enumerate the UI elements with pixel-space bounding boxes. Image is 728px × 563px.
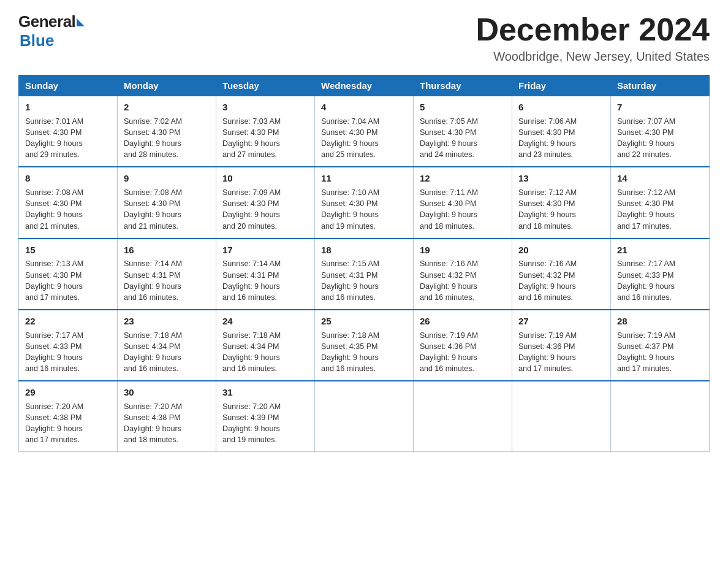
- day-daylight-cont: and 17 minutes.: [518, 363, 604, 374]
- day-number: 6: [518, 101, 604, 114]
- calendar-day-cell: 17 Sunrise: 7:14 AM Sunset: 4:31 PM Dayl…: [216, 239, 315, 310]
- calendar-day-cell: [315, 381, 414, 452]
- logo-arrow-icon: [77, 18, 85, 26]
- day-sunrise: Sunrise: 7:03 AM: [222, 116, 308, 127]
- day-daylight-cont: and 19 minutes.: [222, 434, 308, 445]
- calendar-day-cell: 27 Sunrise: 7:19 AM Sunset: 4:36 PM Dayl…: [512, 310, 611, 381]
- logo-general-text: General: [18, 12, 75, 31]
- day-sunrise: Sunrise: 7:08 AM: [124, 187, 210, 198]
- day-number: 13: [518, 172, 604, 185]
- day-number: 25: [321, 315, 407, 328]
- calendar-day-cell: 19 Sunrise: 7:16 AM Sunset: 4:32 PM Dayl…: [414, 239, 512, 310]
- day-number: 1: [25, 101, 111, 114]
- day-daylight: Daylight: 9 hours: [124, 138, 210, 149]
- day-daylight-cont: and 24 minutes.: [420, 149, 506, 160]
- day-number: 8: [25, 172, 111, 185]
- location-subtitle: Woodbridge, New Jersey, United States: [476, 50, 710, 64]
- day-sunrise: Sunrise: 7:12 AM: [518, 187, 604, 198]
- day-sunset: Sunset: 4:32 PM: [518, 270, 604, 281]
- day-sunrise: Sunrise: 7:06 AM: [518, 116, 604, 127]
- day-number: 5: [420, 101, 506, 114]
- calendar-table: SundayMondayTuesdayWednesdayThursdayFrid…: [18, 75, 710, 452]
- day-number: 26: [420, 315, 506, 328]
- day-daylight: Daylight: 9 hours: [222, 138, 308, 149]
- col-header-friday: Friday: [512, 75, 611, 96]
- day-daylight: Daylight: 9 hours: [321, 281, 407, 292]
- day-daylight-cont: and 21 minutes.: [124, 221, 210, 232]
- day-number: 7: [617, 101, 703, 114]
- calendar-day-cell: [611, 381, 710, 452]
- page-header: General Blue December 2024 Woodbridge, N…: [18, 12, 710, 64]
- day-daylight-cont: and 16 minutes.: [222, 292, 308, 303]
- day-daylight: Daylight: 9 hours: [25, 281, 111, 292]
- day-daylight: Daylight: 9 hours: [25, 138, 111, 149]
- day-number: 15: [25, 243, 111, 257]
- day-sunset: Sunset: 4:30 PM: [420, 198, 506, 209]
- day-sunset: Sunset: 4:30 PM: [617, 198, 703, 209]
- col-header-monday: Monday: [118, 75, 216, 96]
- day-number: 28: [617, 315, 703, 328]
- calendar-day-cell: 6 Sunrise: 7:06 AM Sunset: 4:30 PM Dayli…: [512, 96, 611, 167]
- day-number: 23: [124, 315, 210, 328]
- calendar-day-cell: 12 Sunrise: 7:11 AM Sunset: 4:30 PM Dayl…: [414, 167, 512, 238]
- calendar-day-cell: 16 Sunrise: 7:14 AM Sunset: 4:31 PM Dayl…: [118, 239, 216, 310]
- calendar-day-cell: 18 Sunrise: 7:15 AM Sunset: 4:31 PM Dayl…: [315, 239, 414, 310]
- logo-blue-text: Blue: [20, 31, 54, 50]
- day-sunrise: Sunrise: 7:20 AM: [222, 401, 308, 412]
- day-sunset: Sunset: 4:36 PM: [518, 341, 604, 352]
- day-daylight-cont: and 19 minutes.: [321, 221, 407, 232]
- day-sunset: Sunset: 4:36 PM: [420, 341, 506, 352]
- day-sunrise: Sunrise: 7:01 AM: [25, 116, 111, 127]
- day-number: 2: [124, 101, 210, 114]
- day-number: 31: [222, 386, 308, 399]
- day-sunset: Sunset: 4:38 PM: [124, 412, 210, 423]
- title-area: December 2024 Woodbridge, New Jersey, Un…: [476, 12, 710, 64]
- calendar-day-cell: 22 Sunrise: 7:17 AM Sunset: 4:33 PM Dayl…: [19, 310, 118, 381]
- day-sunset: Sunset: 4:30 PM: [124, 127, 210, 138]
- day-daylight: Daylight: 9 hours: [222, 209, 308, 220]
- day-sunrise: Sunrise: 7:14 AM: [124, 258, 210, 269]
- day-daylight: Daylight: 9 hours: [25, 209, 111, 220]
- day-daylight: Daylight: 9 hours: [222, 423, 308, 434]
- calendar-day-cell: 5 Sunrise: 7:05 AM Sunset: 4:30 PM Dayli…: [414, 96, 512, 167]
- calendar-day-cell: 25 Sunrise: 7:18 AM Sunset: 4:35 PM Dayl…: [315, 310, 414, 381]
- day-number: 24: [222, 315, 308, 328]
- calendar-day-cell: 10 Sunrise: 7:09 AM Sunset: 4:30 PM Dayl…: [216, 167, 315, 238]
- day-daylight-cont: and 17 minutes.: [617, 363, 703, 374]
- day-number: 12: [420, 172, 506, 185]
- day-number: 16: [124, 243, 210, 257]
- day-sunset: Sunset: 4:39 PM: [222, 412, 308, 423]
- day-daylight: Daylight: 9 hours: [420, 209, 506, 220]
- calendar-week-row: 29 Sunrise: 7:20 AM Sunset: 4:38 PM Dayl…: [19, 381, 710, 452]
- day-number: 4: [321, 101, 407, 114]
- day-number: 17: [222, 243, 308, 257]
- day-sunset: Sunset: 4:30 PM: [222, 127, 308, 138]
- day-sunrise: Sunrise: 7:16 AM: [420, 258, 506, 269]
- day-sunrise: Sunrise: 7:15 AM: [321, 258, 407, 269]
- day-sunset: Sunset: 4:33 PM: [25, 341, 111, 352]
- day-daylight: Daylight: 9 hours: [518, 352, 604, 363]
- day-sunset: Sunset: 4:33 PM: [617, 270, 703, 281]
- calendar-week-row: 1 Sunrise: 7:01 AM Sunset: 4:30 PM Dayli…: [19, 96, 710, 167]
- day-sunset: Sunset: 4:31 PM: [124, 270, 210, 281]
- day-daylight: Daylight: 9 hours: [617, 138, 703, 149]
- day-sunrise: Sunrise: 7:11 AM: [420, 187, 506, 198]
- calendar-day-cell: 24 Sunrise: 7:18 AM Sunset: 4:34 PM Dayl…: [216, 310, 315, 381]
- calendar-day-cell: 14 Sunrise: 7:12 AM Sunset: 4:30 PM Dayl…: [611, 167, 710, 238]
- day-number: 14: [617, 172, 703, 185]
- day-sunset: Sunset: 4:30 PM: [222, 198, 308, 209]
- col-header-saturday: Saturday: [611, 75, 710, 96]
- col-header-wednesday: Wednesday: [315, 75, 414, 96]
- day-daylight-cont: and 29 minutes.: [25, 149, 111, 160]
- day-sunrise: Sunrise: 7:19 AM: [518, 330, 604, 341]
- day-daylight: Daylight: 9 hours: [124, 281, 210, 292]
- day-daylight-cont: and 22 minutes.: [617, 149, 703, 160]
- day-sunrise: Sunrise: 7:16 AM: [518, 258, 604, 269]
- day-daylight-cont: and 16 minutes.: [321, 292, 407, 303]
- day-sunrise: Sunrise: 7:10 AM: [321, 187, 407, 198]
- day-sunset: Sunset: 4:30 PM: [518, 127, 604, 138]
- day-daylight: Daylight: 9 hours: [617, 209, 703, 220]
- col-header-sunday: Sunday: [19, 75, 118, 96]
- day-daylight: Daylight: 9 hours: [420, 281, 506, 292]
- day-sunset: Sunset: 4:30 PM: [124, 198, 210, 209]
